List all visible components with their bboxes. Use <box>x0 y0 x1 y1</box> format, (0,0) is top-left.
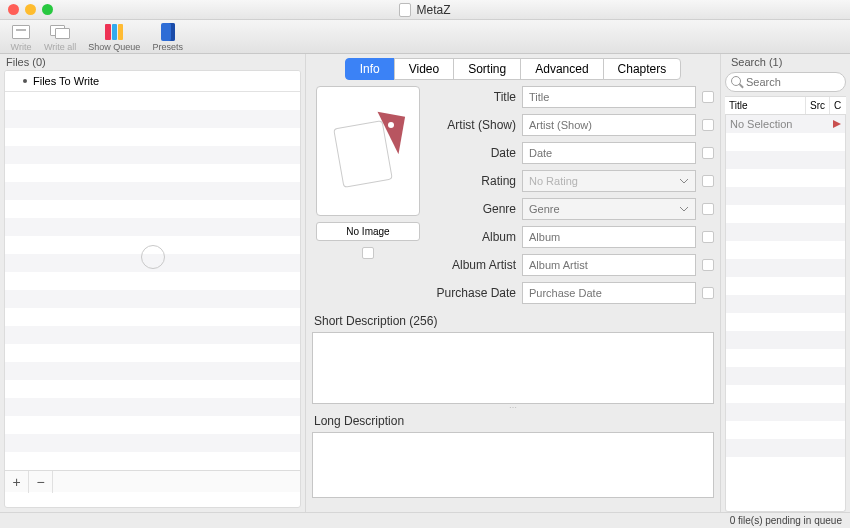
tab-info[interactable]: Info <box>345 58 395 80</box>
artwork-checkbox[interactable] <box>362 247 374 259</box>
album-artist-field[interactable] <box>522 254 696 276</box>
search-header: Search (1) <box>725 54 846 70</box>
col-title[interactable]: Title <box>725 97 806 114</box>
artist-checkbox[interactable] <box>702 119 714 131</box>
album-label: Album <box>432 230 522 244</box>
date-checkbox[interactable] <box>702 147 714 159</box>
artwork-panel: No Image <box>312 86 424 310</box>
files-panel: Files (0) Files To Write + − <box>0 54 306 512</box>
status-text: 0 file(s) pending in queue <box>730 515 842 526</box>
files-column-title: Files To Write <box>33 75 99 87</box>
genre-checkbox[interactable] <box>702 203 714 215</box>
date-label: Date <box>432 146 522 160</box>
short-desc-label: Short Description (256) <box>314 314 714 328</box>
files-rows <box>5 92 300 470</box>
presets-button[interactable]: Presets <box>148 22 187 52</box>
bullet-icon <box>23 79 27 83</box>
search-results-list[interactable]: No Selection <box>725 115 846 512</box>
col-src[interactable]: Src <box>806 97 830 114</box>
title-label: Title <box>432 90 522 104</box>
artwork-well[interactable] <box>316 86 420 216</box>
date-field[interactable] <box>522 142 696 164</box>
editor-panel: Info Video Sorting Advanced Chapters No … <box>306 54 720 512</box>
metaz-logo-icon <box>338 116 398 186</box>
info-section: No Image Title Artist (Show) Date Rating <box>312 86 714 310</box>
status-bar: 0 file(s) pending in queue <box>0 512 850 528</box>
files-footer: + − <box>5 470 300 492</box>
no-selection-text: No Selection <box>730 118 792 130</box>
title-field[interactable] <box>522 86 696 108</box>
tab-advanced[interactable]: Advanced <box>520 58 603 80</box>
rating-label: Rating <box>432 174 522 188</box>
presets-icon <box>161 23 175 41</box>
genre-label: Genre <box>432 202 522 216</box>
write-button[interactable]: Write <box>6 22 36 52</box>
rating-checkbox[interactable] <box>702 175 714 187</box>
search-panel: Search (1) Title Src C No Selection <box>720 54 850 512</box>
album-artist-label: Album Artist <box>432 258 522 272</box>
toolbar-write-label: Write <box>11 42 32 52</box>
album-field[interactable] <box>522 226 696 248</box>
write-all-icon <box>50 25 70 39</box>
purchase-date-checkbox[interactable] <box>702 287 714 299</box>
titlebar: MetaZ <box>0 0 850 20</box>
files-list[interactable]: Files To Write + − <box>4 70 301 508</box>
window-title: MetaZ <box>0 3 850 17</box>
queue-icon <box>105 24 123 40</box>
toolbar-presets-label: Presets <box>152 42 183 52</box>
col-c[interactable]: C <box>830 97 846 114</box>
artist-field[interactable] <box>522 114 696 136</box>
search-icon <box>731 76 741 86</box>
album-artist-checkbox[interactable] <box>702 259 714 271</box>
toolbar-queue-label: Show Queue <box>88 42 140 52</box>
files-column-header: Files To Write <box>5 71 300 92</box>
tab-sorting[interactable]: Sorting <box>453 58 521 80</box>
search-wrap <box>725 72 846 92</box>
tab-bar: Info Video Sorting Advanced Chapters <box>312 58 714 80</box>
add-file-button[interactable]: + <box>5 471 29 493</box>
document-icon <box>399 3 411 17</box>
write-all-button[interactable]: Write all <box>40 22 80 52</box>
toolbar: Write Write all Show Queue Presets <box>0 20 850 54</box>
main-body: Files (0) Files To Write + − Info Video <box>0 54 850 512</box>
search-input[interactable] <box>725 72 846 92</box>
genre-field[interactable] <box>522 198 696 220</box>
write-icon <box>12 25 30 39</box>
long-desc-label: Long Description <box>314 414 714 428</box>
tab-chapters[interactable]: Chapters <box>603 58 682 80</box>
tab-video[interactable]: Video <box>394 58 454 80</box>
show-queue-button[interactable]: Show Queue <box>84 22 144 52</box>
search-result-row[interactable]: No Selection <box>726 115 845 133</box>
loading-spinner-icon <box>141 245 165 269</box>
toolbar-writeall-label: Write all <box>44 42 76 52</box>
rating-select[interactable]: No Rating <box>522 170 696 192</box>
artist-label: Artist (Show) <box>432 120 522 131</box>
flag-icon <box>833 120 841 128</box>
app-window: MetaZ Write Write all Show Queue Presets… <box>0 0 850 528</box>
resize-handle-icon[interactable]: ⋯ <box>312 404 714 410</box>
list-row <box>5 92 300 110</box>
fields-group: Title Artist (Show) Date Rating No Ratin… <box>432 86 714 310</box>
search-columns: Title Src C <box>725 96 846 115</box>
title-checkbox[interactable] <box>702 91 714 103</box>
long-description-field[interactable] <box>312 432 714 498</box>
short-description-field[interactable] <box>312 332 714 404</box>
no-image-button[interactable]: No Image <box>316 222 420 241</box>
window-title-text: MetaZ <box>416 3 450 17</box>
purchase-date-label: Purchase Date <box>432 286 522 300</box>
remove-file-button[interactable]: − <box>29 471 53 493</box>
files-header: Files (0) <box>0 54 305 70</box>
album-checkbox[interactable] <box>702 231 714 243</box>
purchase-date-field[interactable] <box>522 282 696 304</box>
